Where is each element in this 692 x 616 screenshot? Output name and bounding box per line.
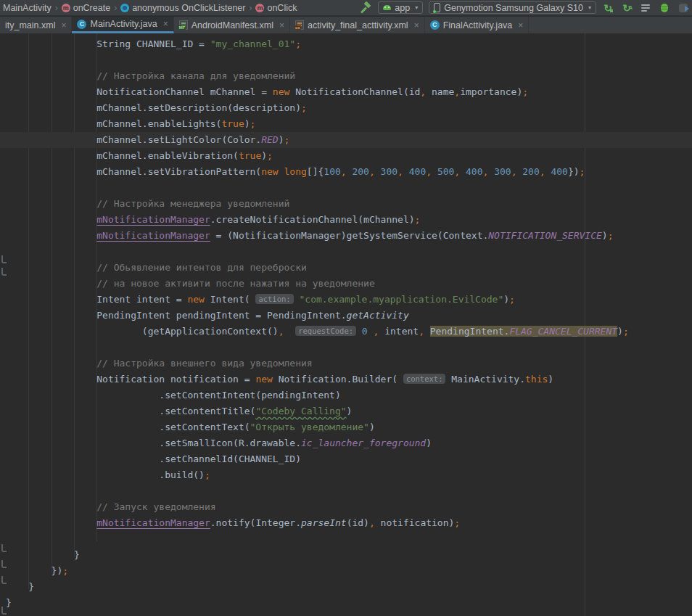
code-line[interactable]: mChannel.setDescription(description); xyxy=(0,100,692,116)
debug-bug-icon xyxy=(661,4,668,12)
editor-tab-bar: ity_main.xml × C MainActivity.java × MF … xyxy=(0,17,692,33)
code-line[interactable] xyxy=(0,180,692,196)
code-line[interactable]: Notification notification = new Notifica… xyxy=(0,371,692,387)
build-hammer-icon[interactable] xyxy=(361,2,372,14)
code-line[interactable]: mNotificationManager.createNotificationC… xyxy=(0,212,692,228)
code-line[interactable]: mChannel.enableVibration(true); xyxy=(0,148,692,164)
run-configuration-dropdown[interactable]: app ▾ xyxy=(378,1,423,14)
list-button[interactable] xyxy=(640,2,651,14)
manifest-file-icon: MF xyxy=(179,20,188,30)
breadcrumb-separator-icon: › xyxy=(114,3,117,13)
close-icon[interactable]: × xyxy=(163,19,168,29)
code-line[interactable]: .build(); xyxy=(0,467,692,483)
code-line[interactable]: } xyxy=(0,595,692,611)
java-class-icon: C xyxy=(77,20,86,29)
code-line[interactable] xyxy=(0,340,692,356)
breadcrumb-onclick[interactable]: m onClick xyxy=(254,3,298,13)
code-line[interactable]: NotificationChannel mChannel = new Notif… xyxy=(0,84,692,100)
android-icon xyxy=(383,5,391,10)
code-line[interactable]: // Настройка менеджера уведомлений xyxy=(0,196,692,212)
breadcrumb-anonymous-class[interactable]: anonymous OnClickListener xyxy=(119,3,247,13)
code-line[interactable]: // Обьявление интентов для переброски xyxy=(0,260,692,276)
attach-profiler-button[interactable] xyxy=(677,2,689,14)
java-class-icon: C xyxy=(430,20,440,30)
breadcrumb-separator-icon: › xyxy=(55,3,58,13)
code-line[interactable]: mChannel.setLightColor(Color.RED); xyxy=(0,132,692,148)
close-icon[interactable]: × xyxy=(61,20,66,30)
main-toolbar: MainActivity › m onCreate › anonymous On… xyxy=(0,0,692,16)
device-label: Genymotion Samsung Galaxy S10 xyxy=(444,3,583,13)
tab-label: FinalActtivity.java xyxy=(443,20,513,30)
code-line[interactable] xyxy=(0,52,692,68)
code-line[interactable]: mNotificationManager = (NotificationMana… xyxy=(0,228,692,244)
code-line[interactable] xyxy=(0,244,692,260)
code-editor[interactable]: String CHANNEL_ID = "my_channel_01"; // … xyxy=(0,33,692,616)
device-selector-dropdown[interactable]: Genymotion Samsung Galaxy S10 ▾ xyxy=(429,1,596,14)
code-line[interactable]: // Настройка канала для уведомлений xyxy=(0,68,692,84)
apply-changes-square xyxy=(610,9,613,12)
tab-activity-final-acttivity-xml[interactable]: cs activity_final_acttivity.xml × xyxy=(290,17,425,33)
code-line[interactable]: } xyxy=(0,547,692,563)
tab-label: activity_final_acttivity.xml xyxy=(308,20,408,30)
code-line[interactable]: .setContentIntent(pendingIntent) xyxy=(0,387,692,403)
method-icon: m xyxy=(62,4,70,12)
code-area[interactable]: String CHANNEL_ID = "my_channel_01"; // … xyxy=(0,33,692,611)
close-icon[interactable]: × xyxy=(518,20,523,30)
code-line[interactable]: .setContentText("Открыть уведомление") xyxy=(0,419,692,435)
tab-androidmanifest-xml[interactable]: MF AndroidManifest.xml × xyxy=(174,17,290,33)
apply-code-changes-button[interactable]: ↻A xyxy=(621,2,633,14)
toolbar-action-icons: ↻ ↻A xyxy=(602,2,692,14)
code-line[interactable]: }); xyxy=(0,563,692,579)
chevron-down-icon: ▾ xyxy=(415,4,418,11)
method-icon: m xyxy=(255,4,264,12)
code-line[interactable]: Intent intent = new Intent( action: "com… xyxy=(0,292,692,308)
breadcrumb-label: onClick xyxy=(267,3,297,13)
tab-activity-main-xml[interactable]: ity_main.xml × xyxy=(0,17,72,33)
tab-finalacttivity-java[interactable]: C FinalActtivity.java × xyxy=(425,17,530,33)
phone-device-icon xyxy=(434,3,440,12)
breadcrumb: MainActivity › m onCreate › anonymous On… xyxy=(0,3,298,13)
tab-mainactivity-java[interactable]: C MainActivity.java × xyxy=(72,17,173,33)
tab-label: AndroidManifest.xml xyxy=(191,20,273,30)
breadcrumb-separator-icon: › xyxy=(249,3,252,13)
code-line[interactable]: mChannel.enableLights(true); xyxy=(0,116,692,132)
chevron-down-icon: ▾ xyxy=(588,4,591,11)
breadcrumb-label: onCreate xyxy=(73,3,110,13)
xml-file-icon: cs xyxy=(295,20,304,30)
run-configuration-label: app xyxy=(395,3,410,13)
code-line[interactable]: .setChannelId(CHANNEL_ID) xyxy=(0,451,692,467)
breadcrumb-oncreate[interactable]: m onCreate xyxy=(60,3,112,13)
breadcrumb-label: MainActivity xyxy=(3,3,52,13)
code-line[interactable]: mChannel.setVibrationPattern(new long[]{… xyxy=(0,164,692,180)
code-line[interactable] xyxy=(0,531,692,547)
code-line[interactable]: (getApplicationContext(), requestCode: 0… xyxy=(0,324,692,340)
code-line[interactable]: // Настройка внешнего вида уведомления xyxy=(0,356,692,371)
code-line[interactable]: // Запуск уведомления xyxy=(0,499,692,515)
attach-profiler-icon xyxy=(679,4,688,12)
code-line[interactable]: .setContentTitle("Codeby Calling") xyxy=(0,403,692,419)
tab-label: ity_main.xml xyxy=(5,20,55,30)
code-line[interactable]: String CHANNEL_ID = "my_channel_01"; xyxy=(0,36,692,52)
apply-code-changes-icon: ↻A xyxy=(622,3,631,13)
anonymous-class-icon xyxy=(120,4,129,12)
breadcrumb-label: anonymous OnClickListener xyxy=(132,3,245,13)
code-line[interactable] xyxy=(0,483,692,499)
code-line[interactable]: mNotificationManager.notify(Integer.pars… xyxy=(0,515,692,531)
breadcrumb-class[interactable]: MainActivity xyxy=(1,3,53,13)
code-line[interactable]: .setSmallIcon(R.drawable.ic_launcher_for… xyxy=(0,435,692,451)
code-line[interactable]: } xyxy=(0,579,692,595)
code-line[interactable]: // на новое активити после нажатия на ув… xyxy=(0,276,692,292)
close-icon[interactable]: × xyxy=(414,20,419,30)
list-icon xyxy=(641,4,650,12)
code-line[interactable]: PendingIntent pendingIntent = PendingInt… xyxy=(0,308,692,324)
close-icon[interactable]: × xyxy=(279,20,284,30)
apply-changes-restart-button[interactable]: ↻ xyxy=(602,2,614,14)
tab-label: MainActivity.java xyxy=(90,19,157,29)
debug-button[interactable] xyxy=(659,2,670,14)
